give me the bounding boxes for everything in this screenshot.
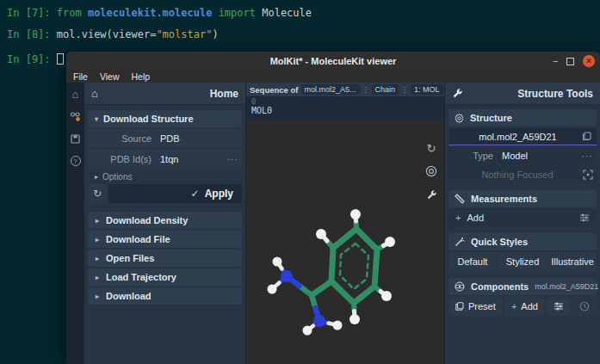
prompt-in8: In [8]: — [7, 28, 57, 40]
keyword-from: from — [57, 7, 88, 19]
menu-file[interactable]: File — [73, 71, 88, 82]
window-title: MolKit* - MoleculeKit viewer — [66, 56, 600, 66]
terminal-line-1: In [7]: from moleculekit.molecule import… — [7, 7, 312, 19]
section-download-density[interactable]: ▸ Download Density — [88, 212, 242, 229]
gear-icon — [455, 114, 464, 123]
components-title: Components — [471, 281, 529, 292]
preset-copy-icon — [455, 302, 464, 311]
section-label: Load Trajectory — [106, 272, 176, 282]
keyword-import: import — [212, 7, 262, 19]
preset-label: Preset — [468, 301, 496, 312]
quick-styles-section-header[interactable]: Quick Styles — [448, 233, 597, 250]
structure-entry-row[interactable]: mol.mol2_A59D21 — [448, 128, 597, 145]
home-rail-icon[interactable]: ⌂ — [72, 89, 79, 99]
viewport-controls: ↻ — [424, 140, 439, 202]
terminal-line-3[interactable]: In [9]: — [7, 53, 64, 65]
code-close-paren: ) — [212, 28, 218, 40]
components-section-header[interactable]: Components mol.mol2_A59D21 — [448, 278, 597, 295]
pdb-id-input[interactable]: 1tqn — [160, 154, 223, 164]
prompt-in7: In [7]: — [7, 7, 57, 19]
reset-camera-icon[interactable]: ↻ — [424, 140, 439, 156]
chevron-right-icon: ▸ — [96, 217, 99, 225]
section-download[interactable]: ▸ Download — [88, 287, 242, 305]
pdb-id-more-button[interactable]: ··· — [223, 155, 242, 164]
molecule-rail-icon[interactable] — [70, 111, 81, 122]
structure-entry-name: mol.mol2_A59D21 — [454, 132, 582, 142]
help-rail-icon[interactable]: ? — [71, 156, 81, 166]
entity-select[interactable]: mol.mol2_A5... — [301, 84, 360, 95]
menu-help[interactable]: Help — [132, 71, 151, 82]
apply-label: Apply — [205, 188, 233, 200]
sequence-view[interactable]: 0 MOL0 — [246, 96, 444, 120]
window-titlebar[interactable]: MolKit* - MoleculeKit viewer – ✕ — [66, 52, 600, 71]
plus-icon: + — [511, 301, 516, 312]
structure-tools-header: Structure Tools — [445, 83, 600, 105]
save-session-icon[interactable] — [71, 134, 80, 144]
terminal-cursor — [57, 53, 64, 65]
sequence-of-label: Sequence of — [250, 85, 299, 95]
focus-target-icon[interactable] — [583, 170, 593, 180]
string-molstar: "molstar" — [156, 28, 212, 40]
sliders-icon[interactable] — [579, 213, 590, 223]
menu-view[interactable]: View — [100, 71, 120, 82]
style-default-button[interactable]: Default — [448, 252, 497, 271]
molstar-3d-viewport[interactable]: ↻ — [246, 120, 444, 364]
chevron-right-icon: ▸ — [96, 274, 99, 281]
plus-icon: + — [455, 213, 461, 223]
chain-select[interactable]: Chain — [372, 84, 399, 95]
measurements-add-button[interactable]: Add — [467, 213, 484, 223]
structure-section-header[interactable]: Structure — [448, 109, 597, 126]
magic-wand-icon — [455, 237, 465, 247]
style-stylized-button[interactable]: Stylized — [498, 252, 547, 271]
style-illustrative-button[interactable]: Illustrative — [548, 252, 597, 271]
section-label: Open Files — [106, 253, 154, 263]
download-structure-section[interactable]: ▾ Download Structure — [88, 110, 242, 127]
measurements-add-row: + Add — [448, 209, 597, 226]
type-row: Type Model ··· — [448, 147, 597, 164]
menu-bar: File View Help — [66, 71, 600, 83]
measurements-section-header[interactable]: Measurements — [448, 190, 597, 207]
home-icon: ⌂ — [91, 87, 98, 100]
components-history-button[interactable] — [572, 297, 597, 316]
dots-icon: ⋮ — [362, 86, 369, 94]
pdb-id-row: PDB Id(s) 1tqn ··· — [88, 150, 242, 169]
dots-icon: ⋮ — [401, 86, 408, 94]
refresh-icon[interactable]: ↻ — [88, 184, 107, 203]
type-select[interactable]: Model — [502, 151, 578, 161]
copy-icon[interactable] — [582, 132, 591, 141]
maximize-button[interactable] — [566, 58, 574, 65]
close-button[interactable]: ✕ — [583, 55, 595, 67]
options-toggle[interactable]: ▸ Options — [84, 170, 245, 182]
left-icon-rail: ⌂ ? — [66, 83, 84, 364]
components-add-button[interactable]: + Add — [504, 297, 545, 316]
module-name: moleculekit.molecule — [88, 7, 213, 19]
sequence-index: 0 — [251, 97, 439, 106]
chevron-right-icon: ▸ — [96, 255, 99, 262]
components-add-label: Add — [521, 301, 538, 312]
settings-wrench-icon[interactable] — [424, 187, 439, 202]
section-download-file[interactable]: ▸ Download File — [88, 231, 242, 248]
ruler-icon — [455, 194, 465, 204]
minimize-button[interactable]: – — [553, 57, 558, 65]
section-load-trajectory[interactable]: ▸ Load Trajectory — [88, 268, 242, 286]
imported-symbol: Molecule — [262, 7, 312, 19]
chevron-down-icon: ▾ — [95, 115, 98, 123]
screenshot-icon[interactable] — [424, 163, 439, 179]
clock-icon — [579, 301, 590, 312]
chevron-right-icon: ▸ — [95, 173, 98, 181]
source-select[interactable]: PDB — [160, 133, 242, 144]
components-actions-row: Preset + Add — [448, 297, 597, 316]
type-label: Type — [448, 151, 502, 161]
preset-button[interactable]: Preset — [448, 297, 503, 316]
sequence-toolbar: Sequence of mol.mol2_A5... ⋮ Chain ⋮ 1: … — [246, 83, 444, 96]
measurements-title: Measurements — [471, 194, 537, 204]
section-open-files[interactable]: ▸ Open Files — [88, 250, 242, 267]
chain-value-select[interactable]: 1: MOL — [411, 84, 443, 95]
type-more-button[interactable]: ··· — [578, 151, 597, 161]
apply-row: ↻ ✓ Apply — [88, 184, 242, 203]
components-options-button[interactable] — [547, 297, 571, 316]
apply-button[interactable]: ✓ Apply — [108, 184, 242, 203]
pdb-id-label: PDB Id(s) — [88, 154, 160, 164]
entity-select-value: mol.mol2_A5... — [305, 85, 356, 94]
molecule-render — [246, 120, 444, 364]
